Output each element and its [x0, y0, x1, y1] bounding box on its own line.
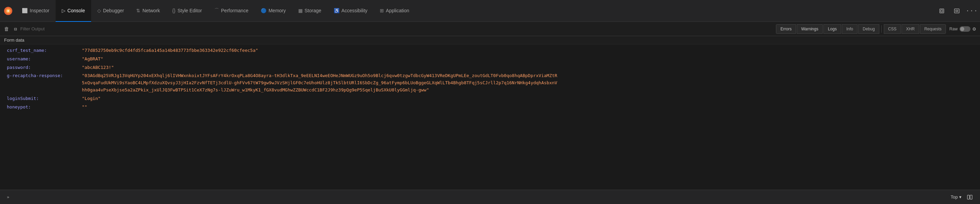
- tab-storage-label: Storage: [305, 8, 321, 13]
- tab-style-editor-label: Style Editor: [177, 8, 202, 13]
- tab-inspector-label: Inspector: [30, 8, 49, 13]
- application-icon: ⊞: [380, 8, 384, 13]
- nav-bar: ⬜ Inspector ▷ Console ◇ Debugger ⇅ Netwo…: [0, 0, 980, 22]
- data-row-honeypot: honeypot: "": [0, 103, 980, 112]
- svg-rect-6: [956, 10, 958, 11]
- value-username: "AgBRAT": [82, 56, 103, 63]
- svg-rect-7: [967, 195, 969, 199]
- tab-inspector[interactable]: ⬜ Inspector: [16, 0, 56, 22]
- tab-memory-label: Memory: [269, 8, 286, 13]
- svg-rect-3: [940, 9, 944, 13]
- value-csrf: "77d852750eb9c9cfd4fd5fca6a145a14b483773…: [82, 47, 258, 54]
- network-icon: ⇅: [136, 8, 140, 13]
- raw-toggle: Raw: [949, 26, 970, 32]
- tab-debugger-label: Debugger: [103, 8, 124, 13]
- restore-button[interactable]: [935, 5, 948, 17]
- xhr-filter-button[interactable]: XHR: [902, 24, 919, 34]
- errors-filter-button[interactable]: Errors: [776, 24, 796, 34]
- svg-rect-4: [941, 10, 943, 12]
- bottom-bar: » Top ▾: [0, 190, 980, 204]
- settings-icon[interactable]: ⚙: [971, 24, 977, 33]
- data-row-csrf: csrf_test_name: "77d852750eb9c9cfd4fd5fc…: [0, 46, 980, 55]
- minimize-button[interactable]: [951, 5, 963, 17]
- inspector-icon: ⬜: [22, 8, 28, 13]
- nav-right: ···: [935, 5, 978, 17]
- value-login-submit: "Login": [82, 95, 101, 102]
- top-button[interactable]: Top ▾: [951, 194, 962, 199]
- main-content: Form data csrf_test_name: "77d852750eb9c…: [0, 36, 980, 190]
- key-csrf: csrf_test_name:: [7, 47, 82, 54]
- chevron-down-icon: ▾: [959, 194, 962, 199]
- style-icon: {}: [172, 8, 175, 13]
- info-filter-button[interactable]: Info: [842, 24, 858, 34]
- tab-console[interactable]: ▷ Console: [56, 0, 91, 22]
- toolbar-left: 🗑 ⊟: [3, 25, 775, 33]
- console-arrows-icon: »: [7, 195, 9, 199]
- tab-network-label: Network: [142, 8, 160, 13]
- browser-logo: [2, 5, 14, 17]
- toolbar: 🗑 ⊟ Errors Warnings Logs Info Debug CSS …: [0, 22, 980, 36]
- console-toggle-button[interactable]: »: [4, 193, 12, 201]
- tab-application-label: Application: [386, 8, 409, 13]
- tab-network[interactable]: ⇅ Network: [130, 0, 166, 22]
- section-title: Form data: [4, 38, 24, 43]
- value-honeypot: "": [82, 104, 88, 111]
- accessibility-icon: ♿: [334, 8, 339, 13]
- css-filter-button[interactable]: CSS: [884, 24, 901, 34]
- logs-filter-button[interactable]: Logs: [823, 24, 841, 34]
- tab-accessibility[interactable]: ♿ Accessibility: [328, 0, 374, 22]
- toolbar-right: Errors Warnings Logs Info Debug CSS XHR …: [776, 24, 977, 34]
- value-recaptcha: "03AGdBq25VRJg13VqHUYp204xEXhqlj6lIVHWxn…: [82, 72, 560, 94]
- form-data-container: csrf_test_name: "77d852750eb9c9cfd4fd5fc…: [0, 45, 980, 113]
- value-password: "abcABC123!": [82, 64, 114, 71]
- key-honeypot: honeypot:: [7, 104, 82, 111]
- tab-performance-label: Performance: [221, 8, 248, 13]
- tab-performance[interactable]: ⌒ Performance: [208, 0, 255, 22]
- bottom-left: »: [4, 193, 12, 201]
- svg-point-2: [7, 10, 9, 12]
- tab-console-label: Console: [68, 8, 85, 13]
- filter-input[interactable]: [20, 26, 123, 31]
- storage-icon: ▦: [298, 8, 303, 13]
- data-row-password: password: "abcABC123!": [0, 64, 980, 72]
- split-view-button[interactable]: [964, 191, 976, 203]
- requests-filter-button[interactable]: Requests: [920, 24, 946, 34]
- data-row-username: username: "AgBRAT": [0, 55, 980, 64]
- tab-storage[interactable]: ▦ Storage: [292, 0, 328, 22]
- debug-filter-button[interactable]: Debug: [858, 24, 879, 34]
- raw-label: Raw: [949, 27, 958, 31]
- warnings-filter-button[interactable]: Warnings: [797, 24, 823, 34]
- toolbar-separator: [881, 25, 882, 33]
- tab-memory[interactable]: 🔵 Memory: [255, 0, 292, 22]
- raw-toggle-switch[interactable]: [959, 26, 970, 32]
- filter-icon[interactable]: ⊟: [13, 25, 18, 33]
- more-button[interactable]: ···: [966, 5, 978, 17]
- svg-rect-5: [955, 9, 959, 13]
- tab-style-editor[interactable]: {} Style Editor: [166, 0, 208, 22]
- console-icon: ▷: [62, 8, 65, 13]
- key-login-submit: loginSubmit:: [7, 95, 82, 102]
- memory-icon: 🔵: [261, 8, 267, 13]
- bottom-right: Top ▾: [951, 191, 976, 203]
- key-password: password:: [7, 64, 82, 71]
- data-row-recaptcha: g-recaptcha-response: "03AGdBq25VRJg13Vq…: [0, 72, 980, 94]
- tab-debugger[interactable]: ◇ Debugger: [91, 0, 130, 22]
- key-username: username:: [7, 56, 82, 63]
- data-row-login-submit: loginSubmit: "Login": [0, 94, 980, 103]
- tab-application[interactable]: ⊞ Application: [374, 0, 415, 22]
- performance-icon: ⌒: [214, 8, 219, 14]
- trash-icon[interactable]: 🗑: [3, 25, 11, 33]
- tab-accessibility-label: Accessibility: [342, 8, 368, 13]
- svg-rect-8: [970, 195, 972, 199]
- top-label: Top: [951, 194, 958, 199]
- section-header: Form data: [0, 36, 980, 45]
- debugger-icon: ◇: [97, 8, 101, 13]
- key-recaptcha: g-recaptcha-response:: [7, 72, 82, 80]
